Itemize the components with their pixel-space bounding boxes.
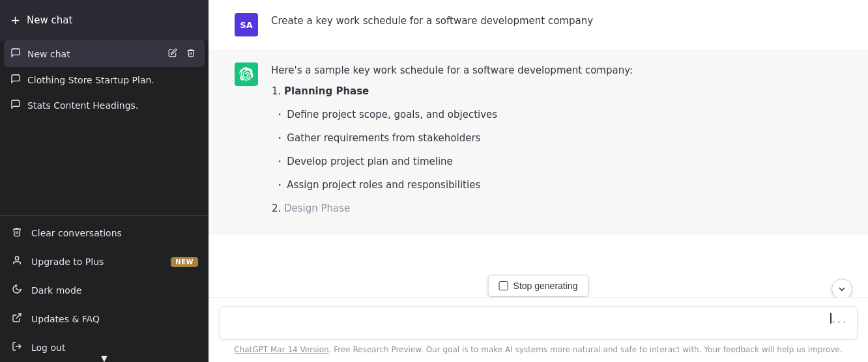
edit-chat-button[interactable] xyxy=(166,47,180,61)
stop-icon xyxy=(499,281,508,290)
chat-item-actions xyxy=(166,47,198,61)
user-avatar: SA xyxy=(235,13,258,36)
chat-item-active[interactable]: New chat xyxy=(4,40,205,67)
moon-icon xyxy=(10,284,23,297)
clear-conversations-label: Clear conversations xyxy=(31,228,122,238)
user-message-text: Create a key work schedule for a softwar… xyxy=(271,13,842,29)
trash-icon xyxy=(10,227,23,240)
logout-label: Log out xyxy=(31,342,65,353)
logout-icon xyxy=(10,341,23,354)
planning-phase-label: Planning Phase xyxy=(284,85,369,97)
input-area: ··· ChatGPT Mar 14 Version. Free Researc… xyxy=(209,298,868,362)
footer-description: . Free Research Preview. Our goal is to … xyxy=(329,345,843,354)
svg-point-0 xyxy=(15,257,18,260)
assistant-message-content: Here's a sample key work schedule for a … xyxy=(271,63,842,221)
chat-icon-2 xyxy=(10,74,21,86)
planning-item-2: Gather requirements from stakeholders xyxy=(278,128,842,148)
chat-icon-3 xyxy=(10,99,21,111)
scroll-to-bottom-button[interactable] xyxy=(832,279,852,299)
updates-faq-button[interactable]: Updates & FAQ xyxy=(0,305,209,333)
chat-list: New chat Clothing Store Startup Plan. xyxy=(0,40,209,195)
external-link-icon xyxy=(10,313,23,326)
stop-generating-container: Stop generating xyxy=(488,275,589,297)
planning-item-3: Develop project plan and timeline xyxy=(278,151,842,172)
new-chat-top-button[interactable]: + New chat xyxy=(0,0,209,40)
clear-conversations-button[interactable]: Clear conversations xyxy=(0,219,209,247)
footer-link[interactable]: ChatGPT Mar 14 Version xyxy=(234,345,328,354)
planning-item-4: Assign project roles and responsibilitie… xyxy=(278,174,842,195)
planning-items-list: Define project scope, goals, and objecti… xyxy=(271,104,842,195)
assistant-avatar xyxy=(235,63,258,86)
chat-item-clothing[interactable]: Clothing Store Startup Plan. xyxy=(4,67,205,92)
new-badge: NEW xyxy=(171,257,198,267)
design-phase-item: Design Phase xyxy=(284,201,842,216)
planning-phase-item: Planning Phase xyxy=(284,83,842,99)
chat-icon xyxy=(10,48,21,60)
chat-item-label: New chat xyxy=(27,49,159,59)
design-phase-label: Design Phase xyxy=(284,202,350,214)
sidebar: + New chat ▲ New chat xyxy=(0,0,209,362)
upgrade-label: Upgrade to Plus xyxy=(31,257,104,267)
plus-icon: + xyxy=(10,13,20,27)
stop-generating-label: Stop generating xyxy=(514,281,578,291)
user-message-content: Create a key work schedule for a softwar… xyxy=(271,13,842,34)
planning-item-1: Define project scope, goals, and objecti… xyxy=(278,104,842,125)
assistant-intro: Here's a sample key work schedule for a … xyxy=(271,63,842,78)
dark-mode-button[interactable]: Dark mode xyxy=(0,276,209,305)
delete-chat-button[interactable] xyxy=(184,47,198,61)
scroll-down-button[interactable]: ▼ xyxy=(96,351,112,362)
chat-item-label-2: Clothing Store Startup Plan. xyxy=(27,75,198,85)
dark-mode-label: Dark mode xyxy=(31,285,81,296)
user-icon xyxy=(10,255,23,268)
assistant-message-row: Here's a sample key work schedule for a … xyxy=(209,49,868,234)
stop-generating-button[interactable]: Stop generating xyxy=(488,275,589,297)
chat-item-stats[interactable]: Stats Content Headings. xyxy=(4,92,205,118)
footer-text: ChatGPT Mar 14 Version. Free Research Pr… xyxy=(219,340,858,357)
svg-line-1 xyxy=(16,314,21,318)
chat-messages: SA Create a key work schedule for a soft… xyxy=(209,0,868,298)
chat-input[interactable] xyxy=(229,313,830,329)
input-options-button[interactable]: ··· xyxy=(832,314,848,330)
new-chat-top-label: New chat xyxy=(27,14,72,26)
chat-item-label-3: Stats Content Headings. xyxy=(27,100,198,111)
chat-input-wrapper: ··· xyxy=(219,306,858,340)
upgrade-to-plus-button[interactable]: Upgrade to Plus NEW xyxy=(0,247,209,276)
user-message-row: SA Create a key work schedule for a soft… xyxy=(209,0,868,49)
main-content: SA Create a key work schedule for a soft… xyxy=(209,0,868,362)
updates-faq-label: Updates & FAQ xyxy=(31,314,100,324)
